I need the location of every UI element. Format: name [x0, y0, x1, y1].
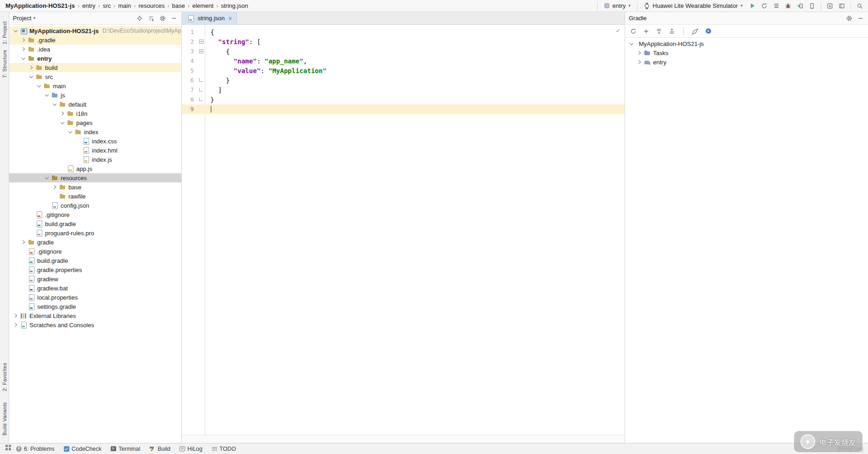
chevron-expanded-icon[interactable] [43, 174, 51, 182]
tree-row[interactable]: main [9, 81, 181, 91]
toolwindow-button[interactable]: 7: Structure [2, 50, 7, 78]
breadcrumb-item[interactable]: src [101, 2, 113, 9]
device-selector[interactable]: Huawei Lite Wearable Simulator ▾ [641, 1, 746, 10]
breadcrumb-item[interactable]: base [170, 2, 186, 9]
status-terminal[interactable]: Terminal [111, 446, 140, 452]
tree-row[interactable]: app.js [9, 164, 181, 173]
chevron-collapsed-icon[interactable] [51, 183, 58, 191]
sync-gradle-icon[interactable] [630, 28, 637, 35]
tree-row[interactable]: entry [9, 54, 181, 63]
tree-row[interactable]: index.js [9, 155, 181, 164]
chevron-expanded-icon[interactable] [43, 91, 51, 99]
sdk-manager-button[interactable] [824, 1, 835, 11]
tree-row[interactable]: Scratches and Consoles [9, 320, 181, 329]
layout-button[interactable] [836, 1, 847, 11]
attach-gradle-project-icon[interactable] [643, 28, 650, 35]
tree-row[interactable]: MyApplication-HOS21-js [625, 39, 868, 48]
tree-row[interactable]: .idea [9, 45, 181, 54]
fold-end-icon[interactable] [197, 79, 205, 82]
line-number[interactable]: 4 [182, 57, 197, 64]
chevron-expanded-icon[interactable] [51, 101, 58, 108]
toolwindow-button[interactable]: Build Variants [2, 402, 7, 436]
tree-row[interactable]: .gitignore [9, 247, 181, 256]
search-everywhere-button[interactable] [854, 1, 865, 11]
chevron-collapsed-icon[interactable] [20, 45, 27, 53]
chevron-collapsed-icon[interactable] [636, 49, 643, 57]
tree-row[interactable]: rawfile [9, 192, 181, 201]
gradle-settings-icon[interactable] [692, 28, 699, 35]
tree-row[interactable]: resources [9, 173, 181, 182]
tree-row[interactable]: entry [625, 57, 868, 67]
status-build[interactable]: Build [149, 446, 170, 452]
expand-all-icon[interactable] [655, 28, 663, 35]
tab-string-json[interactable]: string.json × [182, 12, 237, 24]
tree-row[interactable]: gradle.properties [9, 265, 181, 274]
chevron-expanded-icon[interactable] [59, 119, 66, 126]
profiler-button[interactable] [771, 1, 782, 11]
fold-box-icon[interactable] [197, 49, 205, 53]
breadcrumb-item[interactable]: MyApplication-HOS21-js [4, 2, 77, 9]
close-icon[interactable]: × [227, 15, 232, 22]
chevron-collapsed-icon[interactable] [636, 58, 643, 66]
tree-row[interactable]: gradlew.bat [9, 284, 181, 293]
line-number[interactable]: 8 [182, 96, 197, 103]
module-selector[interactable]: entry ▾ [601, 1, 634, 10]
status-event-log[interactable]: Event Log [830, 446, 863, 452]
line-number[interactable]: 7 [182, 86, 197, 93]
breadcrumb-item[interactable]: element [191, 2, 215, 9]
tree-row[interactable]: config.json [9, 201, 181, 210]
tree-row[interactable]: External Libraries [9, 311, 181, 320]
chevron-expanded-icon[interactable] [12, 27, 19, 34]
toolwindow-toggle-icon[interactable] [6, 445, 8, 447]
line-number[interactable]: 1 [182, 28, 197, 35]
chevron-expanded-icon[interactable] [67, 128, 74, 136]
chevron-collapsed-icon[interactable] [20, 238, 27, 246]
chevron-expanded-icon[interactable] [28, 73, 35, 80]
hide-panel-icon[interactable] [857, 15, 864, 22]
line-number[interactable]: 3 [182, 48, 197, 55]
toolwindow-button[interactable]: 2: Favorites [2, 363, 7, 391]
collapse-all-icon[interactable] [668, 28, 676, 35]
code-editor[interactable]: 1{2 "string": [3 {4 "name": "app_name",5… [182, 25, 625, 435]
tree-row[interactable]: js [9, 91, 181, 100]
chevron-collapsed-icon[interactable] [59, 110, 66, 117]
fold-box-icon[interactable] [197, 40, 205, 44]
chevron-collapsed-icon[interactable] [12, 312, 19, 319]
collapse-all-icon[interactable] [147, 15, 155, 22]
tree-row[interactable]: .gradle [9, 35, 181, 45]
tree-row[interactable]: gradle [9, 238, 181, 247]
tree-row[interactable]: index [9, 127, 181, 136]
inspection-ok-icon[interactable]: ✓ [616, 27, 620, 34]
tree-row[interactable]: proguard-rules.pro [9, 228, 181, 238]
sync-button[interactable] [759, 1, 770, 11]
editor-hscrollbar[interactable] [182, 435, 625, 443]
tree-row[interactable]: index.hml [9, 146, 181, 155]
tree-row[interactable]: build.gradle [9, 219, 181, 228]
fold-end-icon[interactable] [197, 89, 205, 91]
tree-row[interactable]: pages [9, 118, 181, 127]
caret-down-icon[interactable]: ▾ [33, 16, 35, 20]
tree-row[interactable]: Tasks [625, 48, 868, 57]
gear-icon[interactable] [845, 15, 853, 22]
line-number[interactable]: 2 [182, 38, 197, 45]
tree-row[interactable]: build.gradle [9, 256, 181, 265]
tree-row[interactable]: settings.gradle [9, 302, 181, 311]
tree-row[interactable]: .gitignore [9, 210, 181, 219]
gear-icon[interactable] [159, 15, 166, 22]
tree-row[interactable]: default [9, 100, 181, 109]
attach-debugger-button[interactable] [795, 1, 806, 11]
status-hilog[interactable]: HiLog [180, 446, 203, 452]
device-manager-button[interactable] [806, 1, 817, 11]
tree-row[interactable]: local.properties [9, 293, 181, 302]
chevron-collapsed-icon[interactable] [28, 64, 35, 71]
locate-file-icon[interactable] [136, 15, 143, 22]
breadcrumb-item[interactable]: entry [80, 2, 97, 9]
status-todo[interactable]: TODO [212, 446, 236, 452]
chevron-expanded-icon[interactable] [35, 82, 43, 90]
line-number[interactable]: 5 [182, 67, 197, 74]
tree-row[interactable]: gradlew [9, 274, 181, 284]
tree-row[interactable]: src [9, 72, 181, 81]
toolwindow-button[interactable]: 1: Project [2, 21, 7, 44]
breadcrumb-item[interactable]: string.json [219, 2, 250, 9]
chevron-collapsed-icon[interactable] [20, 36, 27, 44]
